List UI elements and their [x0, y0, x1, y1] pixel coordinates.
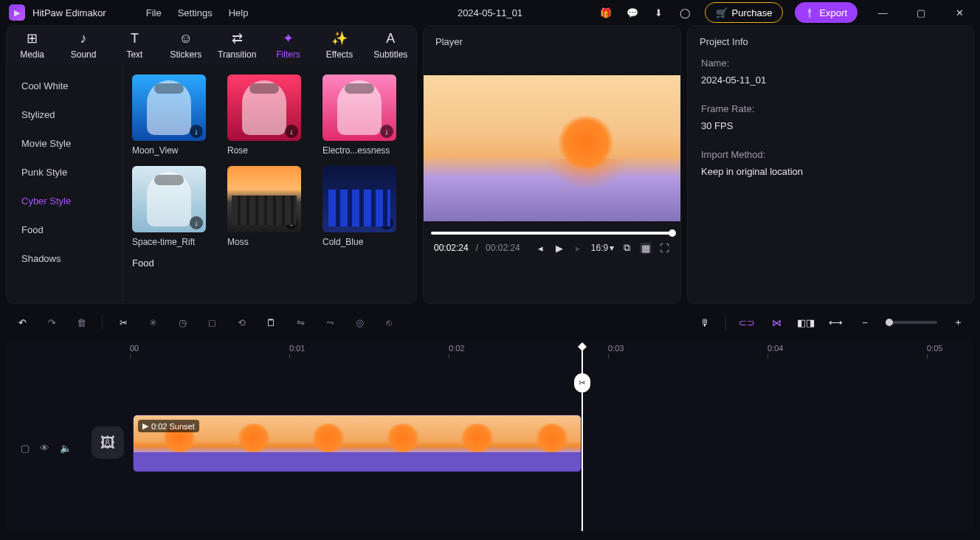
playhead-split-icon[interactable]: ✂ [574, 373, 590, 392]
menu-settings[interactable]: Settings [178, 7, 213, 18]
delete-icon[interactable]: 🗑 [72, 314, 90, 331]
mic-icon[interactable]: 🎙 [696, 314, 714, 331]
project-info-panel: Project Info Name: 2024-05-11_01 Frame R… [687, 25, 974, 304]
tab-effects[interactable]: ✨ Effects [315, 30, 364, 60]
ruler-tick: 0:05 [927, 344, 942, 353]
filter-space-time-rift[interactable]: ↓ Space-time_Rift [132, 166, 206, 247]
record-icon[interactable]: ◎ [351, 314, 368, 331]
track-visible-icon[interactable]: 👁 [40, 443, 49, 454]
cat-stylized[interactable]: Stylized [7, 100, 122, 129]
filter-rose[interactable]: ↓ Rose [227, 75, 301, 156]
export-icon: ⭱ [805, 7, 815, 18]
download-badge-icon[interactable]: ↓ [380, 216, 393, 229]
mirror-icon[interactable]: ⇋ [291, 314, 309, 331]
tab-stickers[interactable]: ☺ Stickers [162, 30, 210, 60]
ruler-tick: 0:03 [608, 344, 624, 353]
cat-movie-style[interactable]: Movie Style [7, 129, 122, 158]
track-mute-icon[interactable]: 🔈 [60, 443, 72, 454]
chat-icon[interactable]: 💬 [625, 5, 640, 20]
player-scrubbar[interactable] [431, 232, 673, 235]
window-minimize[interactable]: — [869, 3, 896, 22]
menu-help[interactable]: Help [229, 7, 249, 18]
export-clip-icon[interactable]: ⎋ [380, 314, 398, 331]
cart-icon: 🛒 [716, 7, 728, 18]
player-viewport[interactable] [424, 75, 680, 221]
download-badge-icon[interactable]: ↓ [190, 125, 203, 138]
ruler-tick: 0:02 [449, 344, 464, 353]
download-icon[interactable]: ⬇ [652, 5, 666, 20]
time-sep: / [476, 243, 478, 253]
snapshot-icon[interactable]: ⧉ [621, 242, 632, 254]
ruler-tick: 0:04 [767, 344, 783, 353]
stickers-icon: ☺ [179, 30, 193, 46]
info-framerate-label: Frame Rate: [688, 100, 973, 117]
account-icon[interactable]: ◯ [678, 5, 693, 20]
menu-file[interactable]: File [146, 7, 162, 18]
crop-tl-icon[interactable]: ◻ [203, 314, 221, 331]
info-name-value: 2024-05-11_01 [688, 72, 973, 89]
clip-label: 0:02 Sunset [151, 422, 195, 431]
tab-transition[interactable]: ⇄ Transition [213, 30, 261, 60]
aspect-ratio-button[interactable]: 16:9▾ [591, 243, 614, 253]
rotate-icon[interactable]: ⤳ [321, 314, 339, 331]
info-framerate-value: 30 FPS [688, 117, 973, 134]
play-icon[interactable]: ▶ [553, 243, 565, 254]
tab-subtitles[interactable]: A Subtitles [366, 30, 415, 60]
cat-cool-white[interactable]: Cool White [7, 72, 122, 100]
cat-shadows[interactable]: Shadows [7, 244, 122, 273]
redo-icon[interactable]: ↷ [43, 314, 61, 331]
export-button[interactable]: ⭱ Export [795, 2, 858, 23]
timeline-ruler[interactable]: 00 0:01 0:02 0:03 0:04 0:05 [130, 344, 967, 360]
zoom-out-icon[interactable]: − [856, 314, 874, 331]
tab-text[interactable]: T Text [110, 30, 159, 60]
download-badge-icon[interactable]: ↓ [285, 125, 298, 138]
playhead[interactable]: ✂ [582, 345, 583, 531]
magnet-icon[interactable]: ⊂⊃ [738, 314, 756, 331]
step-back-icon[interactable]: ◂ [535, 243, 546, 254]
time-total: 00:02:24 [486, 243, 520, 253]
sound-icon: ♪ [80, 30, 87, 46]
track-icon[interactable]: ◧◨ [797, 314, 815, 331]
note-icon[interactable]: 🗒 [262, 314, 280, 331]
purchase-button[interactable]: 🛒 Purchase [705, 2, 784, 23]
app-name: HitPaw Edimakor [32, 7, 106, 18]
add-cover-button[interactable]: 🖼 [92, 426, 124, 459]
undo-icon[interactable]: ↶ [13, 314, 31, 331]
filter-moon-view[interactable]: ↓ Moon_View [132, 75, 206, 156]
window-close[interactable]: ✕ [946, 3, 973, 22]
cat-cyber-style[interactable]: Cyber Style [7, 187, 122, 215]
player-title: Player [424, 26, 680, 55]
download-badge-icon[interactable]: ↓ [190, 216, 203, 229]
window-maximize[interactable]: ▢ [908, 3, 934, 22]
tab-sound[interactable]: ♪ Sound [59, 30, 108, 60]
timeline[interactable]: ▢ 👁 🔈 🖼 00 0:01 0:02 0:03 0:04 0:05 ▶ 0:… [6, 339, 974, 531]
cat-punk-style[interactable]: Punk Style [7, 158, 122, 187]
split-icon[interactable]: ✂ [114, 314, 132, 331]
filter-electro[interactable]: ↓ Electro...essness [322, 75, 396, 156]
download-badge-icon[interactable]: ↓ [380, 125, 393, 138]
download-badge-icon[interactable]: ↓ [285, 216, 298, 229]
zoom-slider[interactable] [886, 321, 937, 324]
main-tabs: ⊞ Media ♪ Sound T Text ☺ Stickers ⇄ Tran… [6, 25, 417, 64]
filter-cold-blue[interactable]: ↓ Cold_Blue [322, 166, 396, 247]
track-lock-icon[interactable]: ▢ [21, 443, 30, 454]
step-forward-icon[interactable]: ▸ [572, 243, 583, 254]
tab-media[interactable]: ⊞ Media [8, 30, 57, 60]
speed-icon[interactable]: ◷ [173, 314, 191, 331]
video-clip[interactable]: ▶ 0:02 Sunset [133, 415, 582, 472]
zoom-in-icon[interactable]: ＋ [949, 314, 967, 331]
tab-filters[interactable]: ✦ Filters [264, 30, 313, 60]
reverse-icon[interactable]: ⟲ [232, 314, 250, 331]
transition-icon: ⇄ [232, 30, 243, 46]
link-icon[interactable]: ⋈ [767, 314, 785, 331]
filters-icon: ✦ [283, 30, 294, 46]
chevron-down-icon: ▾ [610, 243, 614, 253]
snap-icon[interactable]: ✳ [144, 314, 162, 331]
crop-icon[interactable]: ▦ [640, 243, 651, 254]
filter-moss[interactable]: ↓ Moss [227, 166, 301, 247]
gift-icon[interactable]: 🎁 [598, 5, 613, 20]
fit-icon[interactable]: ⟷ [827, 314, 844, 331]
effects-icon: ✨ [331, 30, 348, 46]
cat-food[interactable]: Food [7, 215, 122, 244]
fullscreen-icon[interactable]: ⛶ [659, 243, 670, 254]
